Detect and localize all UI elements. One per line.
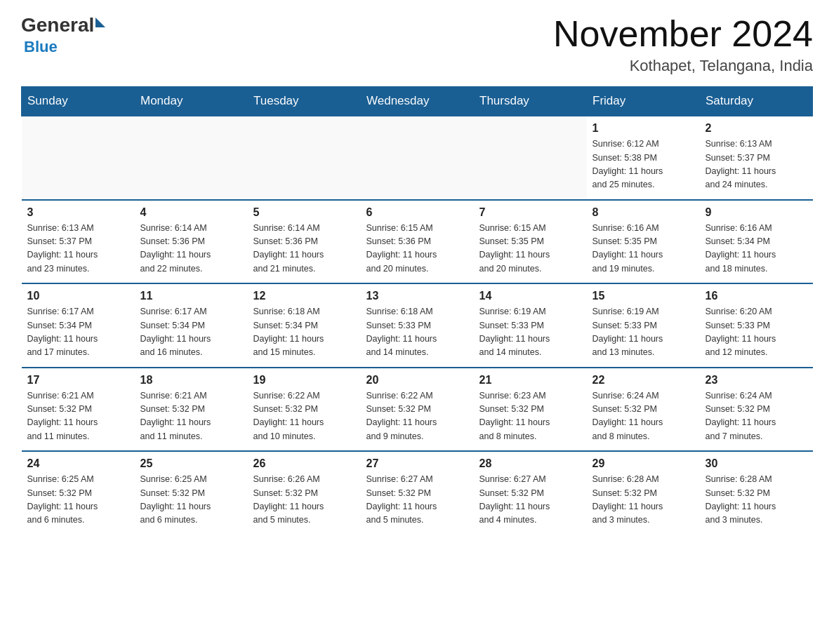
calendar-cell: 27Sunrise: 6:27 AM Sunset: 5:32 PM Dayli… <box>361 451 474 535</box>
weekday-header-monday: Monday <box>135 87 248 116</box>
calendar-cell <box>248 116 361 200</box>
weekday-header-row: SundayMondayTuesdayWednesdayThursdayFrid… <box>22 87 813 116</box>
day-number: 15 <box>593 290 694 302</box>
calendar-cell: 5Sunrise: 6:14 AM Sunset: 5:36 PM Daylig… <box>248 200 361 284</box>
day-number: 16 <box>706 290 807 302</box>
calendar-week-row: 24Sunrise: 6:25 AM Sunset: 5:32 PM Dayli… <box>22 451 813 535</box>
location-subtitle: Kothapet, Telangana, India <box>553 57 813 75</box>
day-info: Sunrise: 6:23 AM Sunset: 5:32 PM Dayligh… <box>479 389 581 444</box>
calendar-cell: 4Sunrise: 6:14 AM Sunset: 5:36 PM Daylig… <box>135 200 248 284</box>
calendar-cell: 12Sunrise: 6:18 AM Sunset: 5:34 PM Dayli… <box>248 283 361 368</box>
page-header: General Blue November 2024 Kothapet, Tel… <box>21 14 813 75</box>
weekday-header-sunday: Sunday <box>22 87 135 116</box>
day-info: Sunrise: 6:16 AM Sunset: 5:35 PM Dayligh… <box>593 222 694 276</box>
day-number: 4 <box>140 206 242 219</box>
day-number: 28 <box>479 457 581 470</box>
day-number: 14 <box>479 290 581 302</box>
logo-blue: Blue <box>24 38 58 56</box>
day-info: Sunrise: 6:21 AM Sunset: 5:32 PM Dayligh… <box>140 389 242 444</box>
calendar-cell: 10Sunrise: 6:17 AM Sunset: 5:34 PM Dayli… <box>22 283 135 368</box>
calendar-cell: 25Sunrise: 6:25 AM Sunset: 5:32 PM Dayli… <box>135 451 248 535</box>
day-info: Sunrise: 6:17 AM Sunset: 5:34 PM Dayligh… <box>140 305 242 360</box>
day-number: 29 <box>593 457 694 470</box>
day-info: Sunrise: 6:28 AM Sunset: 5:32 PM Dayligh… <box>593 473 694 528</box>
calendar-week-row: 1Sunrise: 6:12 AM Sunset: 5:38 PM Daylig… <box>22 116 813 200</box>
day-info: Sunrise: 6:22 AM Sunset: 5:32 PM Dayligh… <box>253 389 355 444</box>
day-info: Sunrise: 6:25 AM Sunset: 5:32 PM Dayligh… <box>27 473 129 528</box>
day-number: 2 <box>706 122 807 135</box>
day-info: Sunrise: 6:26 AM Sunset: 5:32 PM Dayligh… <box>253 473 355 528</box>
calendar-cell: 23Sunrise: 6:24 AM Sunset: 5:32 PM Dayli… <box>700 368 813 452</box>
day-number: 7 <box>479 206 581 219</box>
day-number: 11 <box>140 290 242 302</box>
day-number: 19 <box>253 374 355 387</box>
day-number: 5 <box>253 206 355 219</box>
calendar-cell: 22Sunrise: 6:24 AM Sunset: 5:32 PM Dayli… <box>587 368 700 452</box>
calendar-cell: 29Sunrise: 6:28 AM Sunset: 5:32 PM Dayli… <box>587 451 700 535</box>
calendar-cell: 7Sunrise: 6:15 AM Sunset: 5:35 PM Daylig… <box>474 200 587 284</box>
day-info: Sunrise: 6:16 AM Sunset: 5:34 PM Dayligh… <box>706 222 807 276</box>
calendar-cell: 6Sunrise: 6:15 AM Sunset: 5:36 PM Daylig… <box>361 200 474 284</box>
calendar-week-row: 17Sunrise: 6:21 AM Sunset: 5:32 PM Dayli… <box>22 368 813 452</box>
day-number: 20 <box>366 374 468 387</box>
month-year-title: November 2024 <box>553 14 813 54</box>
day-number: 30 <box>706 457 807 470</box>
day-info: Sunrise: 6:22 AM Sunset: 5:32 PM Dayligh… <box>366 389 468 444</box>
weekday-header-tuesday: Tuesday <box>248 87 361 116</box>
weekday-header-wednesday: Wednesday <box>361 87 474 116</box>
day-number: 3 <box>27 206 129 219</box>
calendar-cell: 2Sunrise: 6:13 AM Sunset: 5:37 PM Daylig… <box>700 116 813 200</box>
day-number: 12 <box>253 290 355 302</box>
day-number: 13 <box>366 290 468 302</box>
day-number: 23 <box>706 374 807 387</box>
calendar-cell <box>22 116 135 200</box>
calendar-cell: 11Sunrise: 6:17 AM Sunset: 5:34 PM Dayli… <box>135 283 248 368</box>
calendar-cell: 19Sunrise: 6:22 AM Sunset: 5:32 PM Dayli… <box>248 368 361 452</box>
day-number: 22 <box>593 374 694 387</box>
logo-triangle-icon <box>95 18 105 27</box>
day-info: Sunrise: 6:14 AM Sunset: 5:36 PM Dayligh… <box>253 222 355 276</box>
day-number: 18 <box>140 374 242 387</box>
day-info: Sunrise: 6:13 AM Sunset: 5:37 PM Dayligh… <box>27 222 129 276</box>
calendar-table: SundayMondayTuesdayWednesdayThursdayFrid… <box>21 86 813 535</box>
calendar-cell <box>361 116 474 200</box>
calendar-cell: 1Sunrise: 6:12 AM Sunset: 5:38 PM Daylig… <box>587 116 700 200</box>
day-info: Sunrise: 6:13 AM Sunset: 5:37 PM Dayligh… <box>706 137 807 192</box>
day-number: 25 <box>140 457 242 470</box>
calendar-cell: 20Sunrise: 6:22 AM Sunset: 5:32 PM Dayli… <box>361 368 474 452</box>
day-number: 8 <box>593 206 694 219</box>
day-info: Sunrise: 6:24 AM Sunset: 5:32 PM Dayligh… <box>593 389 694 444</box>
weekday-header-thursday: Thursday <box>474 87 587 116</box>
calendar-cell: 30Sunrise: 6:28 AM Sunset: 5:32 PM Dayli… <box>700 451 813 535</box>
calendar-cell <box>474 116 587 200</box>
day-info: Sunrise: 6:14 AM Sunset: 5:36 PM Dayligh… <box>140 222 242 276</box>
day-info: Sunrise: 6:27 AM Sunset: 5:32 PM Dayligh… <box>366 473 468 528</box>
day-number: 10 <box>27 290 129 302</box>
day-info: Sunrise: 6:15 AM Sunset: 5:36 PM Dayligh… <box>366 222 468 276</box>
day-number: 1 <box>593 122 694 135</box>
day-info: Sunrise: 6:18 AM Sunset: 5:33 PM Dayligh… <box>366 305 468 360</box>
calendar-cell: 14Sunrise: 6:19 AM Sunset: 5:33 PM Dayli… <box>474 283 587 368</box>
calendar-cell: 17Sunrise: 6:21 AM Sunset: 5:32 PM Dayli… <box>22 368 135 452</box>
day-number: 6 <box>366 206 468 219</box>
day-info: Sunrise: 6:18 AM Sunset: 5:34 PM Dayligh… <box>253 305 355 360</box>
calendar-week-row: 3Sunrise: 6:13 AM Sunset: 5:37 PM Daylig… <box>22 200 813 284</box>
day-info: Sunrise: 6:12 AM Sunset: 5:38 PM Dayligh… <box>593 137 694 192</box>
calendar-week-row: 10Sunrise: 6:17 AM Sunset: 5:34 PM Dayli… <box>22 283 813 368</box>
logo: General Blue <box>21 14 105 56</box>
calendar-cell: 16Sunrise: 6:20 AM Sunset: 5:33 PM Dayli… <box>700 283 813 368</box>
day-number: 27 <box>366 457 468 470</box>
calendar-cell: 21Sunrise: 6:23 AM Sunset: 5:32 PM Dayli… <box>474 368 587 452</box>
day-number: 26 <box>253 457 355 470</box>
day-info: Sunrise: 6:19 AM Sunset: 5:33 PM Dayligh… <box>593 305 694 360</box>
day-info: Sunrise: 6:24 AM Sunset: 5:32 PM Dayligh… <box>706 389 807 444</box>
day-number: 24 <box>27 457 129 470</box>
day-number: 9 <box>706 206 807 219</box>
day-info: Sunrise: 6:27 AM Sunset: 5:32 PM Dayligh… <box>479 473 581 528</box>
logo-text: General <box>21 14 105 36</box>
logo-general: General <box>21 14 94 36</box>
calendar-cell: 26Sunrise: 6:26 AM Sunset: 5:32 PM Dayli… <box>248 451 361 535</box>
calendar-cell: 24Sunrise: 6:25 AM Sunset: 5:32 PM Dayli… <box>22 451 135 535</box>
calendar-cell: 3Sunrise: 6:13 AM Sunset: 5:37 PM Daylig… <box>22 200 135 284</box>
day-info: Sunrise: 6:21 AM Sunset: 5:32 PM Dayligh… <box>27 389 129 444</box>
